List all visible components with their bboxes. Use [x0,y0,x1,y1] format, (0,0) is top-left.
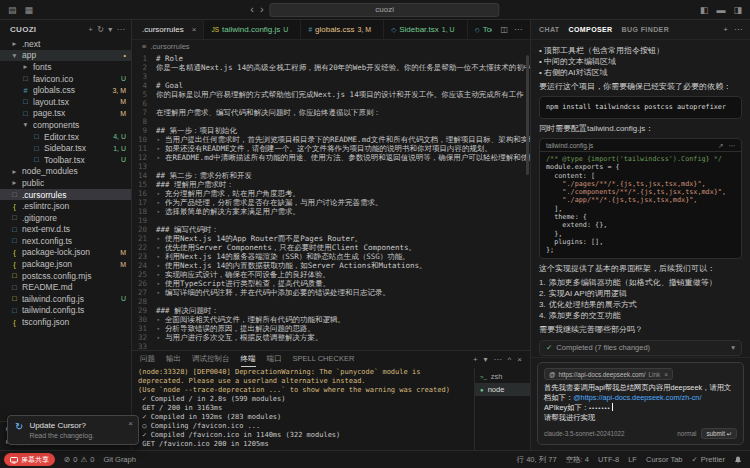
panel-tab[interactable]: 输出 [166,352,181,367]
composer-text[interactable]: 首先我需要调用api帮我总结网页内容用deepseek，请用文档如下：@http… [544,383,737,423]
indentation-setting[interactable]: 空格: 4 [566,455,589,465]
close-tab-icon[interactable]: × [192,25,197,34]
tree-item[interactable]: next.config.ts [0,235,131,247]
notifications-bell-icon[interactable] [734,456,742,464]
ai-tab[interactable]: BUG FINDER [622,26,670,33]
formatter-indicator[interactable]: ✓Prettier [692,455,725,464]
layout-grid-icon[interactable]: ▤ [8,5,17,15]
terminal-output[interactable]: (node:33328) [DEP0040] DeprecationWarnin… [132,368,474,450]
update-notification[interactable]: ↻ Update Cursor? Read the changelog. × [7,415,139,445]
tree-item[interactable]: Sidebar.tsx 1, U [0,142,131,154]
close-toast-icon[interactable]: × [128,419,133,428]
tree-item[interactable]: components [0,119,131,131]
code-editor[interactable]: 1 # Role 2 你是一名精通Next.js 14的高级全栈工程师，拥有20… [132,53,530,350]
remote-window-icon[interactable]: ▦ [25,5,34,15]
terminal-session[interactable]: ● node [475,383,530,396]
tree-item[interactable]: tsconfig.json [0,316,131,328]
maximize-panel-icon[interactable]: ^ [508,355,512,364]
changelog-link[interactable]: Read the changelog. [29,432,94,439]
new-terminal-icon[interactable]: + [473,355,478,364]
tree-item[interactable]: README.md [0,281,131,293]
refresh-icon[interactable]: ↻ [97,25,104,34]
toggle-secondary-sidebar-icon[interactable]: ◨ [733,5,742,15]
git-status-badge: 4, U [113,133,126,140]
copy-code-icon[interactable]: ↗ [718,140,723,151]
split-editor-icon[interactable]: ◫ [500,25,508,34]
submit-button[interactable]: submit ↵ [701,428,737,439]
tree-item[interactable]: Toolbar.tsx U [0,154,131,166]
tree-item[interactable]: layout.tsx M [0,96,131,108]
new-composer-icon[interactable]: + [723,25,728,34]
command-center[interactable]: cuozi [270,3,500,17]
tree-item[interactable]: .next [0,38,131,50]
remove-chip-icon[interactable]: × [664,371,668,378]
model-selector[interactable]: claude-3.5-sonnet-20241022 [544,430,672,437]
nav-back-icon[interactable]: ‹ [250,4,254,15]
tree-item[interactable]: page.tsx M [0,108,131,120]
terminal-dropdown-icon[interactable]: ▾ [484,355,488,364]
cursor-tab-toggle[interactable]: Cursor Tab [646,455,683,464]
tree-item[interactable]: .cursorrules [0,189,131,201]
line-number: 1 [132,54,156,63]
code-more-icon[interactable]: ⋯ [729,140,736,151]
composer-input[interactable]: @ https://api-docs.deepseek.com/ Link × … [537,362,744,445]
editor-tab[interactable]: # globals.css 3, M [301,20,384,39]
more-actions-icon[interactable]: ⋯ [117,25,125,34]
chat-more-icon[interactable]: ⋯ [734,25,742,34]
breadcrumb[interactable]: ≡ .cursorrules [132,40,530,53]
tree-item[interactable]: favicon.ico U [0,73,131,85]
doc-link[interactable]: @https://api-docs.deepseek.com/zh-cn/ [573,393,701,402]
toggle-sidebar-icon[interactable]: ◧ [700,5,709,15]
scrollbar[interactable] [526,55,529,175]
chat-messages[interactable]: 顶部工具栏（包含常用指令按钮）中间的文本编辑区域右侧的AI对话区域 要运行这个项… [531,40,750,357]
git-graph-button[interactable]: Git Graph [103,455,136,464]
tree-item[interactable]: tailwind.config.ts [0,305,131,317]
editor-tab[interactable]: .cursorrules × [132,20,204,39]
tree-item[interactable]: globals.css 3, M [0,84,131,96]
new-file-icon[interactable]: + [88,25,93,34]
close-panel-icon[interactable]: × [517,355,522,364]
tree-item[interactable]: postcss.config.mjs [0,270,131,282]
cursor-position[interactable]: 行 40, 列 77 [517,455,557,465]
encoding-setting[interactable]: UTF-8 [598,455,619,464]
tree-item[interactable]: package.json M [0,258,131,270]
tree-item[interactable]: app • [0,50,131,62]
line-content: - 充分理解用户需求，站在用户角度思考。 [156,189,300,198]
tree-item[interactable]: .eslintrc.json [0,200,131,212]
tree-item[interactable]: fonts [0,61,131,73]
panel-tab[interactable]: 端口 [267,352,282,367]
editor-more-icon[interactable]: ⋯ [514,25,522,34]
file-name: .eslintrc.json [22,201,123,211]
completed-summary[interactable]: ✓ Completed (7 files changed) ▾ [539,340,742,356]
panel-more-icon[interactable]: ⋯ [494,355,502,364]
tree-item[interactable]: next-env.d.ts [0,224,131,236]
tree-item[interactable]: Editor.tsx 4, U [0,131,131,143]
ai-tab[interactable]: COMPOSER [569,26,613,33]
editor-tab[interactable]: ◇ Sidebar.tsx 1, U [384,20,467,39]
tree-item[interactable]: .gitignore [0,212,131,224]
panel-tab[interactable]: 问题 [140,352,155,367]
nav-forward-icon[interactable]: › [260,4,264,15]
panel-tab[interactable]: 终端 [241,352,256,367]
problems-indicator[interactable]: ⊘0 ⚠0 [64,455,94,464]
editor-tab[interactable]: JS tailwind.config.js U [204,20,301,39]
screen-share-indicator[interactable]: 屏幕共享 [4,453,55,466]
file-name: tailwind.config.ts [22,305,123,315]
tree-item[interactable]: public [0,177,131,189]
tree-item[interactable]: tailwind.config.js U [0,293,131,305]
tab-file-icon: ◇ [475,26,480,34]
tree-item[interactable]: package-lock.json M [0,247,131,259]
line-content: - 分析导致错误的原因，提出解决问题的思路。 [156,324,315,333]
tree-item[interactable]: node_modules [0,166,131,178]
ai-tab[interactable]: CHAT [539,26,560,33]
config-code-line: /** @type {import('tailwindcss').Config}… [546,155,735,163]
toggle-panel-icon[interactable]: ▬ [716,5,725,15]
terminal-session[interactable]: >_ zsh [475,370,530,383]
link-context-chip[interactable]: @ https://api-docs.deepseek.com/ Link × [544,368,673,380]
collapse-all-icon[interactable]: ▾ [108,25,112,34]
panel-tab[interactable]: SPELL CHECKER [293,352,355,367]
editor-tab[interactable]: ◇ Toolbar.tsx U [468,20,493,39]
panel-tab[interactable]: 调试控制台 [192,352,230,367]
mode-selector[interactable]: normal [677,430,696,437]
eol-setting[interactable]: LF [628,455,637,464]
